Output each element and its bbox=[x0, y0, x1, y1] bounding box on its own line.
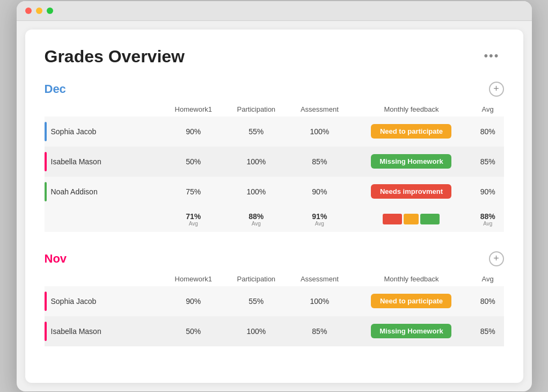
col-header-avg: Avg bbox=[472, 102, 504, 117]
col-header-homework1: Homework1 bbox=[163, 102, 225, 117]
table-row: Noah Addison75%100%90%Needs improvment90… bbox=[45, 177, 504, 207]
bar-segment bbox=[420, 214, 440, 224]
month-label-nov: Nov bbox=[45, 252, 67, 266]
bar-segment bbox=[404, 214, 419, 224]
avg-participation: 88%Avg bbox=[224, 207, 288, 232]
assessment-cell: 85% bbox=[288, 316, 352, 346]
avg-cell: 90% bbox=[472, 177, 504, 207]
student-name: Sophia Jacob bbox=[51, 297, 97, 306]
assessment-cell: 100% bbox=[288, 286, 352, 316]
col-header-monthly-feedback: Monthly feedback bbox=[351, 102, 472, 117]
section-dec: Dec+Homework1ParticipationAssessmentMont… bbox=[45, 82, 504, 232]
student-name: Noah Addison bbox=[51, 187, 98, 196]
feedback-cell: Needs improvment bbox=[351, 177, 472, 207]
avg-row-name-empty bbox=[45, 207, 163, 232]
avg-cell: 80% bbox=[472, 117, 504, 147]
feedback-cell: Need to participate bbox=[351, 286, 472, 316]
homework1-cell: 75% bbox=[163, 177, 225, 207]
feedback-cell: Missing Homework bbox=[351, 316, 472, 346]
table-row: Isabella Mason50%100%85%Missing Homework… bbox=[45, 316, 504, 346]
col-header-homework1: Homework1 bbox=[163, 272, 225, 286]
avg-summary-row: 71%Avg88%Avg91%Avg88%Avg bbox=[45, 207, 504, 232]
participation-cell: 100% bbox=[224, 316, 288, 346]
student-bar bbox=[45, 322, 47, 341]
assessment-cell: 90% bbox=[288, 177, 352, 207]
feedback-badge: Missing Homework bbox=[371, 154, 451, 169]
grades-table-dec: Homework1ParticipationAssessmentMonthly … bbox=[45, 102, 504, 232]
student-name-cell: Isabella Mason bbox=[45, 316, 163, 346]
feedback-badge: Need to participate bbox=[371, 124, 451, 139]
avg-avg: 88%Avg bbox=[472, 207, 504, 232]
page-header: Grades Overview ••• bbox=[45, 47, 504, 67]
page-title: Grades Overview bbox=[45, 47, 185, 67]
browser-window: Grades Overview ••• Dec+Homework1Partici… bbox=[17, 1, 532, 391]
section-header-nov: Nov+ bbox=[45, 251, 504, 266]
student-col-header bbox=[45, 272, 163, 286]
participation-cell: 55% bbox=[224, 286, 288, 316]
month-label-dec: Dec bbox=[45, 82, 66, 96]
sections-container: Dec+Homework1ParticipationAssessmentMont… bbox=[45, 82, 504, 346]
avg-cell: 80% bbox=[472, 286, 504, 316]
participation-cell: 100% bbox=[224, 177, 288, 207]
student-bar bbox=[45, 292, 47, 311]
avg-homework1: 71%Avg bbox=[163, 207, 225, 232]
section-header-dec: Dec+ bbox=[45, 82, 504, 97]
homework1-cell: 50% bbox=[163, 147, 225, 177]
col-header-assessment: Assessment bbox=[288, 272, 352, 286]
avg-feedback-bar bbox=[351, 207, 472, 232]
table-row: Sophia Jacob90%55%100%Need to participat… bbox=[45, 286, 504, 316]
feedback-badge: Need to participate bbox=[371, 294, 451, 308]
student-bar bbox=[45, 122, 47, 141]
maximize-button[interactable] bbox=[47, 8, 53, 14]
page-content: Grades Overview ••• Dec+Homework1Partici… bbox=[25, 30, 523, 383]
col-header-participation: Participation bbox=[224, 272, 288, 286]
avg-cell: 85% bbox=[472, 147, 504, 177]
add-column-button-dec[interactable]: + bbox=[489, 82, 504, 97]
close-button[interactable] bbox=[25, 8, 32, 14]
assessment-cell: 100% bbox=[288, 117, 352, 147]
avg-cell: 85% bbox=[472, 316, 504, 346]
feedback-badge: Missing Homework bbox=[371, 324, 451, 338]
student-bar bbox=[45, 182, 47, 201]
participation-cell: 100% bbox=[224, 147, 288, 177]
feedback-cell: Need to participate bbox=[351, 117, 472, 147]
feedback-badge: Needs improvment bbox=[371, 184, 451, 199]
browser-titlebar bbox=[17, 1, 532, 21]
student-name-cell: Sophia Jacob bbox=[45, 286, 163, 316]
student-name-cell: Noah Addison bbox=[45, 177, 163, 207]
participation-cell: 55% bbox=[224, 117, 288, 147]
feedback-cell: Missing Homework bbox=[351, 147, 472, 177]
col-header-assessment: Assessment bbox=[288, 102, 352, 117]
section-nov: Nov+Homework1ParticipationAssessmentMont… bbox=[45, 251, 504, 346]
minimize-button[interactable] bbox=[36, 8, 42, 14]
homework1-cell: 90% bbox=[163, 117, 225, 147]
student-name-cell: Sophia Jacob bbox=[45, 117, 163, 147]
student-bar bbox=[45, 152, 47, 171]
table-row: Sophia Jacob90%55%100%Need to participat… bbox=[45, 117, 504, 147]
student-col-header bbox=[45, 102, 163, 117]
bar-segment bbox=[383, 214, 402, 224]
student-name-cell: Isabella Mason bbox=[45, 147, 163, 177]
homework1-cell: 50% bbox=[163, 316, 225, 346]
student-name: Isabella Mason bbox=[51, 157, 101, 166]
student-name: Sophia Jacob bbox=[51, 127, 97, 136]
add-column-button-nov[interactable]: + bbox=[489, 251, 504, 266]
homework1-cell: 90% bbox=[163, 286, 225, 316]
student-name: Isabella Mason bbox=[51, 327, 101, 336]
grades-table-nov: Homework1ParticipationAssessmentMonthly … bbox=[45, 272, 504, 346]
more-options-button[interactable]: ••• bbox=[479, 47, 503, 65]
table-row: Isabella Mason50%100%85%Missing Homework… bbox=[45, 147, 504, 177]
col-header-participation: Participation bbox=[224, 102, 288, 117]
col-header-avg: Avg bbox=[472, 272, 504, 286]
col-header-monthly-feedback: Monthly feedback bbox=[351, 272, 472, 286]
avg-assessment: 91%Avg bbox=[288, 207, 352, 232]
assessment-cell: 85% bbox=[288, 147, 352, 177]
